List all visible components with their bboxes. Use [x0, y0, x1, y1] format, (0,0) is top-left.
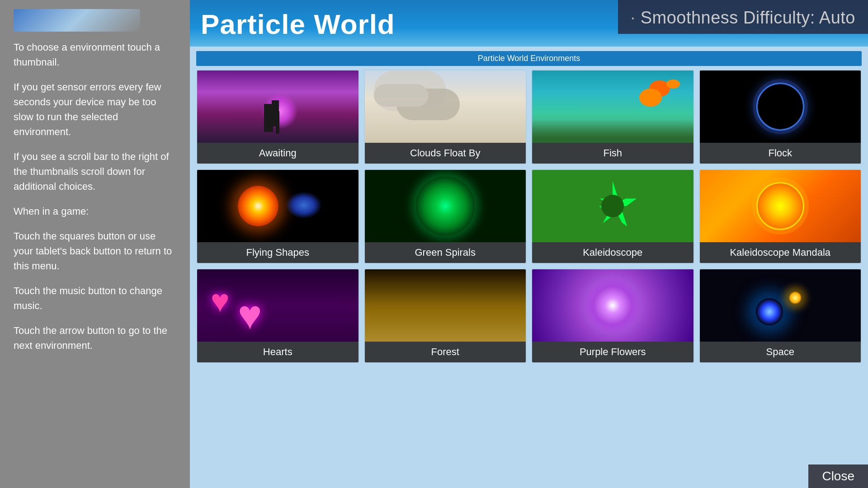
env-label: Purple Flowers [532, 342, 693, 362]
instruction-paragraph: If you get sensor errors every few secon… [14, 80, 176, 139]
env-card[interactable]: Flock [699, 70, 862, 164]
instruction-paragraph: Touch the music button to change music. [14, 283, 176, 313]
env-thumbnail [700, 170, 861, 242]
env-thumbnail [197, 269, 359, 342]
logo [14, 9, 140, 32]
env-label: Hearts [197, 342, 359, 362]
close-button[interactable]: Close [822, 469, 854, 483]
left-panel: To choose a environment touch a thumbnai… [0, 0, 190, 488]
right-panel: Particle World Smoothness Difficulty: Au… [190, 0, 868, 488]
instructions: To choose a environment touch a thumbnai… [14, 40, 176, 363]
env-thumbnail [532, 170, 693, 242]
instruction-paragraph: Touch the arrow button to go to the next… [14, 323, 176, 353]
env-thumbnail [532, 269, 693, 342]
env-grid: AwaitingClouds Float ByFishFlockFlying S… [196, 70, 862, 363]
env-label: Kaleidoscope [532, 242, 693, 263]
thumb-glow [262, 93, 298, 129]
env-card[interactable]: Clouds Float By [364, 70, 527, 164]
env-card[interactable]: Hearts [196, 268, 359, 363]
grid-scroll[interactable]: AwaitingClouds Float ByFishFlockFlying S… [190, 70, 868, 488]
env-thumbnail [700, 70, 861, 143]
env-label: Flying Shapes [197, 242, 359, 263]
env-label: Green Spirals [365, 242, 526, 263]
env-card[interactable]: Forest [364, 268, 527, 363]
instruction-paragraph: When in a game: [14, 204, 176, 219]
app-title: Particle World [201, 8, 395, 40]
env-thumbnail [365, 70, 526, 143]
env-label: Awaiting [197, 143, 359, 164]
env-card[interactable]: Awaiting [196, 70, 359, 164]
instruction-paragraph: If you see a scroll bar to the right of … [14, 149, 176, 194]
env-card[interactable]: Kaleidoscope Mandala [699, 169, 862, 264]
section-bar: Particle World Environments [196, 51, 862, 66]
env-label: Clouds Float By [365, 143, 526, 164]
env-card[interactable]: Green Spirals [364, 169, 527, 264]
env-card[interactable]: Space [699, 268, 862, 363]
instruction-paragraph: To choose a environment touch a thumbnai… [14, 40, 176, 70]
env-thumbnail [197, 70, 359, 143]
env-thumbnail [532, 70, 693, 143]
env-card[interactable]: Flying Shapes [196, 169, 359, 264]
env-label: Forest [365, 342, 526, 362]
env-label: Space [700, 342, 861, 362]
env-card[interactable]: Fish [531, 70, 694, 164]
env-thumbnail [700, 269, 861, 342]
env-card[interactable]: Kaleidoscope [531, 169, 694, 264]
env-thumbnail [365, 269, 526, 342]
difficulty-badge: Smoothness Difficulty: Auto [618, 0, 868, 34]
header: Particle World Smoothness Difficulty: Au… [190, 0, 868, 47]
env-label: Fish [532, 143, 693, 164]
env-label: Flock [700, 143, 861, 164]
env-label: Kaleidoscope Mandala [700, 242, 861, 263]
instruction-paragraph: Touch the squares button or use your tab… [14, 229, 176, 273]
env-thumbnail [197, 170, 359, 242]
close-button-container: Close [808, 465, 868, 488]
env-card[interactable]: Purple Flowers [531, 268, 694, 363]
env-thumbnail [365, 170, 526, 242]
